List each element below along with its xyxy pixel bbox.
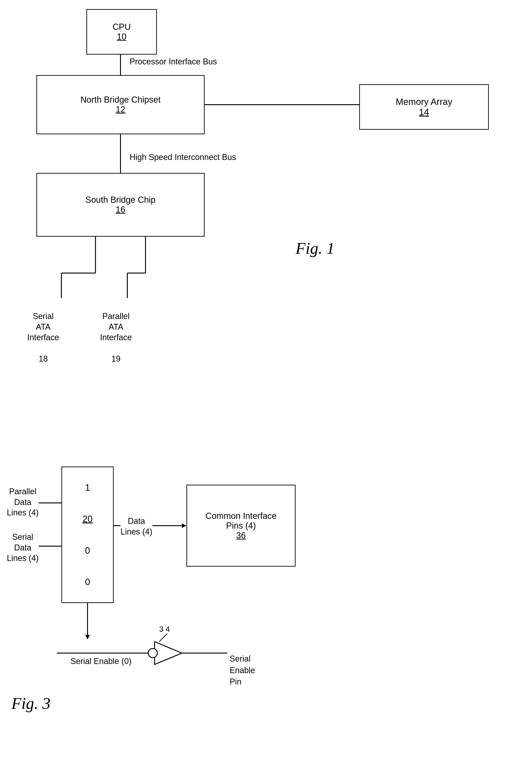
common-interface-box: Common Interface Pins (4) 36 — [186, 485, 296, 567]
cpu-box: CPU 10 — [86, 9, 157, 54]
north-bridge-label: North Bridge Chipset — [80, 95, 161, 105]
processor-bus-label: Processor Interface Bus — [130, 57, 217, 66]
high-speed-bus-label: High Speed Interconnect Bus — [130, 153, 236, 162]
mux-bot: 0 — [85, 577, 90, 587]
serial-data-label: Serial Data Lines (4) — [7, 521, 39, 564]
parallel-ata-number: 19 — [111, 354, 121, 364]
mux-top: 1 — [85, 483, 90, 493]
serial-ata-label: Serial ATA Interface 18 — [27, 300, 59, 364]
svg-marker-19 — [85, 635, 90, 639]
svg-point-22 — [148, 649, 157, 658]
ref-34-label: 3 4 — [159, 625, 170, 633]
diagram-container: CPU 10 Processor Interface Bus North Bri… — [0, 0, 532, 763]
south-bridge-number: 16 — [116, 205, 125, 215]
south-bridge-box: South Bridge Chip 16 — [37, 173, 205, 237]
mux-number: 20 — [83, 514, 93, 524]
cpu-label: CPU — [113, 22, 131, 32]
mux-mid: 0 — [85, 545, 90, 556]
svg-marker-17 — [182, 523, 186, 528]
fig1-label: Fig. 1 — [296, 239, 335, 258]
memory-array-number: 14 — [419, 107, 429, 117]
common-interface-label2: Pins (4) — [226, 521, 256, 531]
svg-marker-21 — [155, 642, 182, 664]
data-lines-label: Data Lines (4) — [121, 505, 152, 537]
north-bridge-box: North Bridge Chipset 12 — [37, 75, 205, 134]
south-bridge-label: South Bridge Chip — [85, 195, 155, 205]
cpu-number: 10 — [117, 32, 127, 42]
memory-array-label: Memory Array — [396, 97, 452, 107]
parallel-ata-label: Parallel ATA Interface 19 — [100, 300, 132, 364]
svg-line-24 — [159, 633, 168, 642]
parallel-data-label: Parallel Data Lines (4) — [7, 476, 39, 518]
common-interface-number: 36 — [236, 531, 246, 540]
north-bridge-number: 12 — [116, 105, 125, 114]
serial-ata-number: 18 — [39, 354, 48, 364]
memory-array-box: Memory Array 14 — [359, 84, 489, 130]
mux-box: 1 20 0 0 — [61, 467, 114, 603]
common-interface-label1: Common Interface — [206, 511, 277, 521]
serial-enable-label: Serial Enable (0) — [70, 657, 132, 666]
fig3-label: Fig. 3 — [11, 694, 50, 713]
serial-enable-pin-label: Serial Enable Pin — [229, 642, 255, 688]
